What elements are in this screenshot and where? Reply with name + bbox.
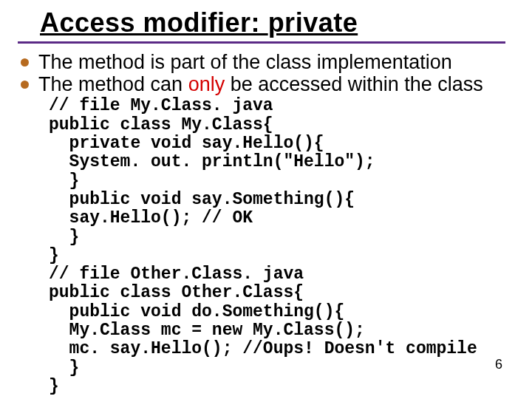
code-line: My.Class mc = new My.Class(); — [49, 321, 365, 340]
code-line: } — [49, 377, 59, 396]
code-line: } — [49, 171, 79, 191]
bullet-text-post: be accessed within the class — [225, 73, 483, 95]
slide: Access modifier: private The method is p… — [0, 0, 532, 399]
title-keyword: private — [268, 7, 358, 38]
bullet-text-pre: The method can — [38, 73, 188, 95]
code-line: public void say.Something(){ — [49, 190, 355, 209]
title-divider — [18, 41, 505, 44]
bullet-text-emphasis: only — [188, 73, 225, 95]
title-prefix: Access modifier: — [40, 7, 268, 38]
code-line: public void do.Something(){ — [49, 302, 344, 321]
code-line: mc. say.Hello(); //Oups! Doesn't compile — [49, 339, 477, 358]
code-line: System. out. println("Hello"); — [49, 152, 375, 171]
code-line: say.Hello(); // OK — [49, 208, 253, 228]
code-line: } — [49, 228, 79, 247]
code-line: public class My.Class{ — [49, 115, 273, 134]
page-number: 6 — [495, 357, 502, 372]
code-line: // file Other.Class. java — [49, 265, 304, 284]
code-line: // file My.Class. java — [49, 96, 273, 115]
bullet-item: The method can only be accessed within t… — [18, 73, 514, 95]
code-block: // file My.Class. java public class My.C… — [49, 97, 514, 396]
code-line: private void say.Hello(){ — [49, 134, 324, 153]
code-line: } — [49, 358, 79, 378]
bullet-list: The method is part of the class implemen… — [18, 51, 514, 95]
code-line: } — [49, 246, 59, 265]
slide-title: Access modifier: private — [40, 7, 514, 38]
code-line: public class Other.Class{ — [49, 283, 304, 302]
bullet-text: The method is part of the class implemen… — [38, 51, 452, 73]
bullet-item: The method is part of the class implemen… — [18, 51, 514, 73]
